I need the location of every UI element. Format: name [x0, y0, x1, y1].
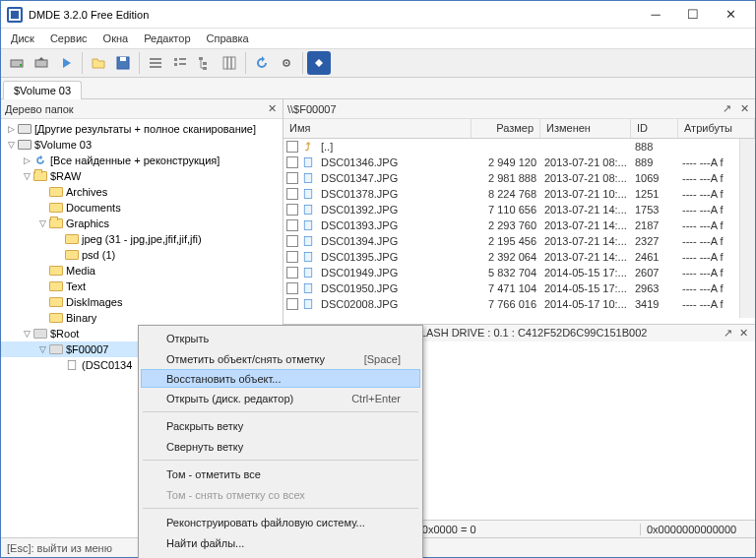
open-icon[interactable] [87, 51, 110, 75]
file-row[interactable]: DSC01378.JPG8 224 7682013-07-21 10:...12… [284, 186, 755, 202]
file-row[interactable]: DSC01950.JPG7 471 1042014-05-15 17:...29… [284, 280, 755, 296]
checkbox[interactable] [286, 251, 298, 263]
twisty-icon[interactable]: ▷ [21, 155, 32, 166]
twisty-icon[interactable]: ▽ [36, 217, 48, 229]
tree-row[interactable]: Documents [1, 200, 283, 216]
twisty-icon[interactable] [52, 249, 64, 261]
menu-item[interactable]: Открыть [141, 328, 420, 348]
menu-item[interactable]: Открыть (диск. редактор)Ctrl+Enter [141, 388, 420, 408]
detail-view-icon[interactable] [168, 51, 192, 75]
tab-volume[interactable]: $Volume 03 [3, 81, 82, 99]
play-icon[interactable] [54, 51, 78, 75]
file-row[interactable]: DSC01346.JPG2 949 1202013-07-21 08:...88… [284, 155, 755, 170]
tree-row[interactable]: ▷[Другие результаты + полное сканировани… [1, 121, 283, 137]
file-list[interactable]: ⤴[..]888 DSC01346.JPG2 949 1202013-07-21… [284, 139, 755, 318]
menu-editor[interactable]: Редактор [138, 31, 196, 46]
twisty-icon[interactable]: ▽ [21, 328, 32, 340]
twisty-icon[interactable] [52, 233, 64, 245]
scrollbar[interactable] [739, 139, 755, 318]
svg-point-21 [285, 62, 287, 64]
file-row[interactable]: DSC01393.JPG2 293 7602013-07-21 14:...21… [284, 217, 755, 233]
maximize-button[interactable]: ☐ [674, 2, 712, 28]
tree-row[interactable]: jpeg (31 - jpg,jpe,jfif,jif,jfi) [1, 231, 283, 247]
tree-row[interactable]: DiskImages [1, 294, 283, 310]
app-button[interactable] [307, 51, 331, 75]
col-modified[interactable]: Изменен [540, 119, 631, 138]
twisty-icon[interactable] [36, 296, 48, 308]
menu-service[interactable]: Сервис [44, 31, 94, 46]
col-id[interactable]: ID [631, 119, 678, 138]
checkbox[interactable] [286, 235, 298, 247]
file-id: 888 [631, 141, 678, 153]
checkbox[interactable] [286, 141, 298, 153]
twisty-icon[interactable]: ▽ [5, 139, 17, 151]
file-row[interactable]: DSC01392.JPG7 110 6562013-07-21 14:...17… [284, 202, 755, 217]
list-view-icon[interactable] [144, 51, 167, 75]
twisty-icon[interactable] [52, 359, 64, 371]
checkbox[interactable] [286, 204, 298, 216]
file-row[interactable]: ⤴[..]888 [284, 139, 755, 155]
menu-disk[interactable]: Диск [5, 31, 40, 46]
file-row[interactable]: DSC01347.JPG2 981 8882013-07-21 08:...10… [284, 170, 755, 186]
col-name[interactable]: Имя [284, 119, 472, 138]
tree-row[interactable]: Archives [1, 184, 283, 200]
close-panel-icon[interactable]: ✕ [737, 102, 751, 116]
close-button[interactable]: ✕ [712, 2, 749, 28]
tree-row[interactable]: psd (1) [1, 247, 283, 263]
tree-row[interactable]: ▽$Volume 03 [1, 137, 283, 153]
menu-windows[interactable]: Окна [97, 31, 135, 46]
menu-item[interactable]: Реконструировать файловую систему... [141, 512, 420, 532]
twisty-icon[interactable]: ▽ [21, 170, 32, 182]
tree-row[interactable]: ▷[Все найденные + реконструкция] [1, 153, 283, 168]
refresh-icon[interactable] [250, 51, 274, 75]
checkbox[interactable] [286, 298, 298, 310]
menu-item[interactable]: Том - отметить все [141, 464, 420, 484]
minimize-button[interactable]: ─ [637, 2, 674, 28]
checkbox[interactable] [286, 172, 298, 184]
twisty-icon[interactable] [36, 265, 48, 277]
twisty-icon[interactable] [36, 186, 48, 198]
checkbox[interactable] [286, 219, 298, 231]
file-size: 2 195 456 [472, 235, 540, 247]
tree-close-icon[interactable]: ✕ [265, 102, 279, 116]
col-attr[interactable]: Атрибуты [678, 119, 755, 138]
eject-icon[interactable] [30, 51, 53, 75]
disk-icon[interactable] [5, 51, 29, 75]
twisty-icon[interactable]: ▽ [36, 343, 48, 355]
menu-item[interactable]: Отметить объект/снять отметку[Space] [141, 348, 420, 369]
checkbox[interactable] [286, 282, 298, 294]
tree-row[interactable]: ▽Graphics [1, 216, 283, 231]
file-row[interactable]: DSC01949.JPG5 832 7042014-05-15 17:...26… [284, 265, 755, 280]
checkbox[interactable] [286, 156, 298, 168]
file-row[interactable]: DSC02008.JPG7 766 0162014-05-17 10:...34… [284, 296, 755, 312]
svg-rect-4 [35, 60, 47, 67]
maximize-panel-icon[interactable]: ↗ [720, 102, 733, 116]
col-size[interactable]: Размер [472, 119, 540, 138]
tree-label: DiskImages [66, 296, 122, 308]
file-row[interactable]: DSC01394.JPG2 195 4562013-07-21 14:...23… [284, 233, 755, 249]
menu-help[interactable]: Справка [201, 31, 255, 46]
info-close-icon[interactable]: ✕ [737, 327, 749, 339]
checkbox[interactable] [286, 267, 298, 279]
settings-icon[interactable] [275, 51, 298, 75]
checkbox[interactable] [286, 188, 298, 200]
twisty-icon[interactable] [36, 202, 48, 214]
context-menu[interactable]: ОткрытьОтметить объект/снять отметку[Spa… [138, 325, 423, 558]
menu-item[interactable]: Восстановить объект... [141, 369, 420, 388]
columns-icon[interactable] [218, 51, 241, 75]
menu-item[interactable]: Найти файлы... [141, 532, 420, 553]
menu-item[interactable]: Свернуть ветку [141, 436, 420, 457]
twisty-icon[interactable] [36, 280, 48, 292]
save-icon[interactable] [111, 51, 135, 75]
tree-view-icon[interactable] [193, 51, 217, 75]
menu-item[interactable]: Раскрыть ветку [141, 415, 420, 436]
tree-row[interactable]: Binary [1, 310, 283, 326]
tree-row[interactable]: Text [1, 279, 283, 294]
menu-item[interactable]: Восстановить файлы...Ctrl+U [141, 553, 420, 558]
twisty-icon[interactable]: ▷ [5, 123, 17, 135]
tree-row[interactable]: ▽$RAW [1, 168, 283, 184]
tree-row[interactable]: Media [1, 263, 283, 279]
info-maximize-icon[interactable]: ↗ [722, 327, 733, 339]
file-row[interactable]: DSC01395.JPG2 392 0642013-07-21 14:...24… [284, 249, 755, 265]
twisty-icon[interactable] [36, 312, 48, 324]
